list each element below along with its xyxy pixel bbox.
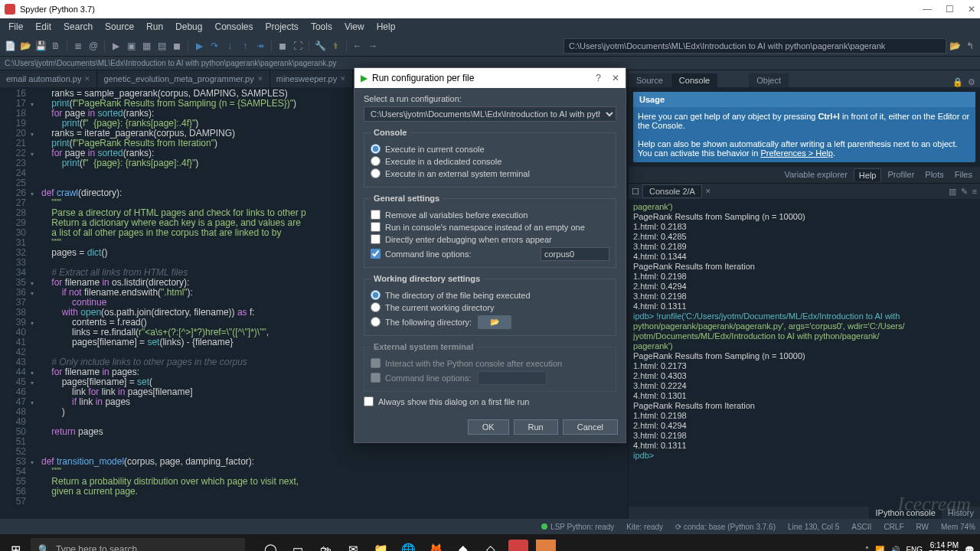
stop-debug-icon[interactable]: ◼: [276, 39, 289, 53]
tab-file[interactable]: genetic_evolution_meta_programmer.py✕: [97, 70, 270, 87]
step-out-icon[interactable]: ↑: [238, 39, 252, 53]
taskview-icon[interactable]: ▭: [288, 540, 308, 551]
cortana-icon[interactable]: ◯: [260, 540, 280, 551]
run-selection-icon[interactable]: ▤: [155, 39, 168, 53]
lock-icon[interactable]: 🔒: [952, 77, 963, 87]
bottom-tab[interactable]: IPython console: [869, 507, 941, 519]
menu-view[interactable]: View: [339, 20, 370, 34]
new-file-icon[interactable]: 📄: [3, 39, 17, 53]
minimize-button[interactable]: —: [923, 4, 932, 15]
menu-tools[interactable]: Tools: [305, 20, 338, 34]
save-all-icon[interactable]: 🗎: [49, 39, 63, 53]
menu-projects[interactable]: Projects: [260, 20, 304, 34]
bottom-tab[interactable]: History: [942, 507, 980, 519]
run-cell-icon[interactable]: ▣: [124, 39, 138, 53]
back-icon[interactable]: ←: [351, 39, 364, 53]
menu-source[interactable]: Source: [100, 20, 139, 34]
firefox-icon[interactable]: 🦊: [426, 540, 446, 551]
step-in-icon[interactable]: ↓: [223, 39, 237, 53]
menu-file[interactable]: File: [3, 20, 28, 34]
tab-source[interactable]: Source: [629, 73, 671, 87]
wd-opt-0[interactable]: The directory of the file being executed: [371, 290, 609, 300]
app1-icon[interactable]: ◆: [453, 540, 473, 551]
cmdline-input[interactable]: [541, 247, 609, 261]
app2-icon[interactable]: ◇: [481, 540, 501, 551]
forward-icon[interactable]: →: [366, 39, 380, 53]
tray-notif-icon[interactable]: 💬: [965, 546, 974, 552]
close-icon[interactable]: ✕: [84, 75, 90, 83]
list-icon[interactable]: ≣: [71, 39, 85, 53]
console-menu-icon[interactable]: ≡: [972, 187, 977, 197]
stop-icon[interactable]: ◼: [170, 39, 184, 53]
save-icon[interactable]: 💾: [34, 39, 47, 53]
gear-icon[interactable]: ⚙: [968, 77, 975, 87]
console-stop-icon[interactable]: ☐: [629, 187, 642, 197]
always-show-check[interactable]: Always show this dialog on a first file …: [364, 396, 616, 406]
gen-opt-4[interactable]: Command line options:: [371, 249, 472, 259]
menu-run[interactable]: Run: [141, 20, 168, 34]
ok-button[interactable]: OK: [468, 419, 509, 435]
tray-lang[interactable]: ENG: [906, 546, 923, 552]
menu-debug[interactable]: Debug: [170, 20, 207, 34]
chrome-icon[interactable]: 🌐: [398, 540, 418, 551]
menu-help[interactable]: Help: [371, 20, 401, 34]
menu-search[interactable]: Search: [58, 20, 98, 34]
dialog-close-icon[interactable]: ✕: [612, 73, 619, 83]
app3-icon[interactable]: [536, 540, 556, 551]
gen-opt-1[interactable]: Remove all variables before execution: [371, 210, 609, 220]
gen-opt-2[interactable]: Run in console's namespace instead of an…: [371, 222, 609, 232]
dialog-help-icon[interactable]: ?: [596, 73, 601, 83]
tool-tab[interactable]: Files: [950, 168, 977, 181]
console-output[interactable]: pagerank')PageRank Results from Sampling…: [629, 199, 980, 507]
menu-consoles[interactable]: Consoles: [209, 20, 258, 34]
close-console-icon[interactable]: ✕: [702, 187, 711, 195]
tab-file[interactable]: minesweeper.py✕: [270, 70, 354, 87]
start-button[interactable]: ⊞: [0, 543, 31, 552]
wd-opt-2[interactable]: The following directory:: [371, 317, 472, 327]
console-opt-icon[interactable]: ▥: [949, 187, 956, 197]
console-opt-1[interactable]: Execute in a dedicated console: [371, 156, 609, 166]
tool-tab[interactable]: Variable explorer: [779, 168, 851, 181]
parent-dir-icon[interactable]: ↰: [963, 39, 977, 53]
explorer-icon[interactable]: 📁: [371, 540, 390, 551]
menu-edit[interactable]: Edit: [30, 20, 57, 34]
func-icon[interactable]: @: [87, 39, 100, 53]
browse-dir-icon[interactable]: 📂: [948, 39, 962, 53]
working-dir-field[interactable]: C:\Users\jyotm\Documents\ML\Edx\Introduc…: [564, 38, 946, 54]
debug-icon[interactable]: ▶: [192, 39, 206, 53]
spyder-taskbar-icon[interactable]: [508, 540, 528, 551]
gen-opt-3[interactable]: Directly enter debugging when errors app…: [371, 234, 609, 244]
console-opt-2[interactable]: Execute in an external system terminal: [371, 168, 609, 178]
close-button[interactable]: ✕: [968, 4, 975, 15]
run-cell-next-icon[interactable]: ▦: [139, 39, 153, 53]
config-select[interactable]: C:\Users\jyotm\Documents\ML\Edx\Introduc…: [364, 106, 616, 122]
tool-tab[interactable]: Profiler: [883, 168, 919, 181]
step-over-icon[interactable]: ↷: [207, 39, 221, 53]
browse-folder-button[interactable]: 📂: [478, 315, 511, 329]
tab-object[interactable]: Object: [749, 73, 789, 87]
console-tab[interactable]: Console 2/A: [642, 184, 702, 198]
code-source[interactable]: ranks = sample_pagerank(corpus, DAMPING,…: [31, 87, 306, 519]
continue-icon[interactable]: ↠: [253, 39, 267, 53]
maximize-button[interactable]: ☐: [946, 4, 954, 15]
close-icon[interactable]: ✕: [257, 75, 263, 83]
tool-tab[interactable]: Help: [854, 168, 882, 181]
store-icon[interactable]: 🛍: [315, 540, 335, 551]
maximize-pane-icon[interactable]: ⛶: [291, 39, 305, 53]
tray-clock[interactable]: 6:14 PM5/7/2020: [929, 541, 959, 551]
open-file-icon[interactable]: 📂: [18, 39, 32, 53]
console-opt-0[interactable]: Execute in current console: [371, 144, 609, 154]
tray-up-icon[interactable]: ˄: [865, 546, 869, 552]
close-icon[interactable]: ✕: [340, 75, 346, 83]
tool-tab[interactable]: Plots: [920, 168, 948, 181]
tray-vol-icon[interactable]: 🔊: [890, 546, 900, 552]
taskbar-search[interactable]: 🔍 Type here to search: [31, 538, 245, 551]
wd-opt-1[interactable]: The current working directory: [371, 302, 609, 312]
mail-icon[interactable]: ✉: [343, 540, 363, 551]
tab-console[interactable]: Console: [671, 73, 717, 87]
tray-wifi-icon[interactable]: 📶: [875, 546, 884, 552]
wrench-icon[interactable]: 🔧: [313, 39, 327, 53]
cancel-button[interactable]: Cancel: [563, 419, 618, 435]
console-edit-icon[interactable]: ✎: [961, 187, 968, 197]
tab-file[interactable]: email automation.py✕: [0, 70, 97, 87]
